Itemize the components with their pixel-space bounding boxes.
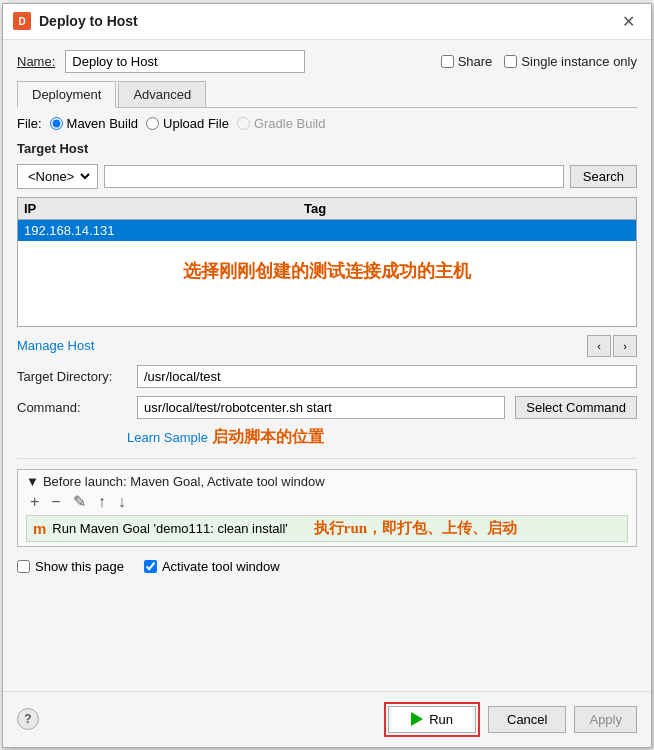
host-select-row: <None> Search <box>17 164 637 189</box>
nav-arrows: ‹ › <box>587 335 637 357</box>
run-button-wrapper: Run <box>384 702 480 737</box>
help-button[interactable]: ? <box>17 708 39 730</box>
file-label: File: <box>17 116 42 131</box>
activate-window-checkbox[interactable] <box>144 560 157 573</box>
bl-add-button[interactable]: + <box>26 493 43 511</box>
tag-column-header: Tag <box>304 201 630 216</box>
name-label: Name: <box>17 54 55 69</box>
run-button[interactable]: Run <box>388 706 476 733</box>
select-command-button[interactable]: Select Command <box>515 396 637 419</box>
host-select-wrapper[interactable]: <None> <box>17 164 98 189</box>
target-directory-label: Target Directory: <box>17 369 127 384</box>
bottom-checkboxes: Show this page Activate tool window <box>17 555 637 578</box>
gradle-build-radio[interactable] <box>237 117 250 130</box>
title-bar-left: D Deploy to Host <box>13 12 138 30</box>
show-page-label[interactable]: Show this page <box>17 559 124 574</box>
before-launch-triangle: ▼ <box>26 474 39 489</box>
apply-button[interactable]: Apply <box>574 706 637 733</box>
target-host-title: Target Host <box>17 141 637 156</box>
maven-goal-text: Run Maven Goal 'demo111: clean install' <box>52 521 288 536</box>
command-row: Command: Select Command <box>17 396 637 419</box>
file-row: File: Maven Build Upload File Gradle Bui… <box>17 116 637 131</box>
gradle-build-label: Gradle Build <box>254 116 326 131</box>
before-launch-header[interactable]: ▼ Before launch: Maven Goal, Activate to… <box>26 474 628 489</box>
dialog-footer: ? Run Cancel Apply <box>3 691 651 747</box>
dialog-icon: D <box>13 12 31 30</box>
share-checkbox[interactable] <box>441 55 454 68</box>
manage-host-link[interactable]: Manage Host <box>17 338 94 353</box>
upload-file-label: Upload File <box>163 116 229 131</box>
manage-nav-row: Manage Host ‹ › <box>17 335 637 357</box>
target-directory-row: Target Directory: <box>17 365 637 388</box>
dialog-title: Deploy to Host <box>39 13 138 29</box>
name-right: Share Single instance only <box>441 54 637 69</box>
target-directory-input[interactable] <box>137 365 637 388</box>
tab-bar: Deployment Advanced <box>17 81 637 108</box>
share-checkbox-label[interactable]: Share <box>441 54 493 69</box>
annotation-host: 选择刚刚创建的测试连接成功的主机 <box>18 241 636 293</box>
divider-1 <box>17 458 637 459</box>
command-input[interactable] <box>137 396 505 419</box>
annotation-run: 执行run，即打包、上传、启动 <box>314 519 517 538</box>
title-bar: D Deploy to Host ✕ <box>3 4 651 40</box>
search-button[interactable]: Search <box>570 165 637 188</box>
single-instance-checkbox-label[interactable]: Single instance only <box>504 54 637 69</box>
upload-file-radio[interactable] <box>146 117 159 130</box>
host-select[interactable]: <None> <box>22 167 93 186</box>
run-triangle-icon <box>411 712 423 726</box>
maven-goal-item[interactable]: m Run Maven Goal 'demo111: clean install… <box>26 515 628 542</box>
deployment-panel: File: Maven Build Upload File Gradle Bui… <box>17 116 637 578</box>
bl-up-button[interactable]: ↑ <box>94 493 110 511</box>
gradle-build-radio-label[interactable]: Gradle Build <box>237 116 326 131</box>
host-table: IP Tag 192.168.14.131 选择刚刚创建的测试连接成功的主机 <box>17 197 637 327</box>
bl-remove-button[interactable]: − <box>47 493 64 511</box>
footer-left: ? <box>17 708 39 730</box>
footer-right: Run Cancel Apply <box>384 702 637 737</box>
dialog-content: Name: Share Single instance only Deploym… <box>3 40 651 691</box>
command-label: Command: <box>17 400 127 415</box>
single-instance-checkbox[interactable] <box>504 55 517 68</box>
name-input[interactable] <box>65 50 305 73</box>
nav-left-button[interactable]: ‹ <box>587 335 611 357</box>
maven-build-radio[interactable] <box>50 117 63 130</box>
bl-edit-button[interactable]: ✎ <box>69 493 90 511</box>
cancel-button[interactable]: Cancel <box>488 706 566 733</box>
before-launch-toolbar: + − ✎ ↑ ↓ <box>26 489 628 515</box>
before-launch-section: ▼ Before launch: Maven Goal, Activate to… <box>17 469 637 547</box>
nav-right-button[interactable]: › <box>613 335 637 357</box>
maven-icon: m <box>33 520 46 537</box>
host-table-header: IP Tag <box>18 198 636 220</box>
activate-window-label[interactable]: Activate tool window <box>144 559 280 574</box>
name-row: Name: Share Single instance only <box>17 50 637 73</box>
tab-advanced[interactable]: Advanced <box>118 81 206 107</box>
maven-build-radio-label[interactable]: Maven Build <box>50 116 139 131</box>
close-button[interactable]: ✕ <box>616 10 641 33</box>
learn-row: Learn Sample 启动脚本的位置 <box>17 427 637 448</box>
host-search-input[interactable] <box>104 165 564 188</box>
maven-build-label: Maven Build <box>67 116 139 131</box>
before-launch-title: Before launch: Maven Goal, Activate tool… <box>43 474 325 489</box>
host-tag-cell <box>304 223 630 238</box>
bl-down-button[interactable]: ↓ <box>114 493 130 511</box>
learn-sample-link[interactable]: Learn Sample <box>127 430 208 445</box>
host-ip-cell: 192.168.14.131 <box>24 223 304 238</box>
deploy-to-host-dialog: D Deploy to Host ✕ Name: Share Single in… <box>2 3 652 748</box>
run-label: Run <box>429 712 453 727</box>
ip-column-header: IP <box>24 201 304 216</box>
host-table-row[interactable]: 192.168.14.131 <box>18 220 636 241</box>
upload-file-radio-label[interactable]: Upload File <box>146 116 229 131</box>
show-page-checkbox[interactable] <box>17 560 30 573</box>
annotation-command: 启动脚本的位置 <box>212 424 324 449</box>
tab-deployment[interactable]: Deployment <box>17 81 116 108</box>
